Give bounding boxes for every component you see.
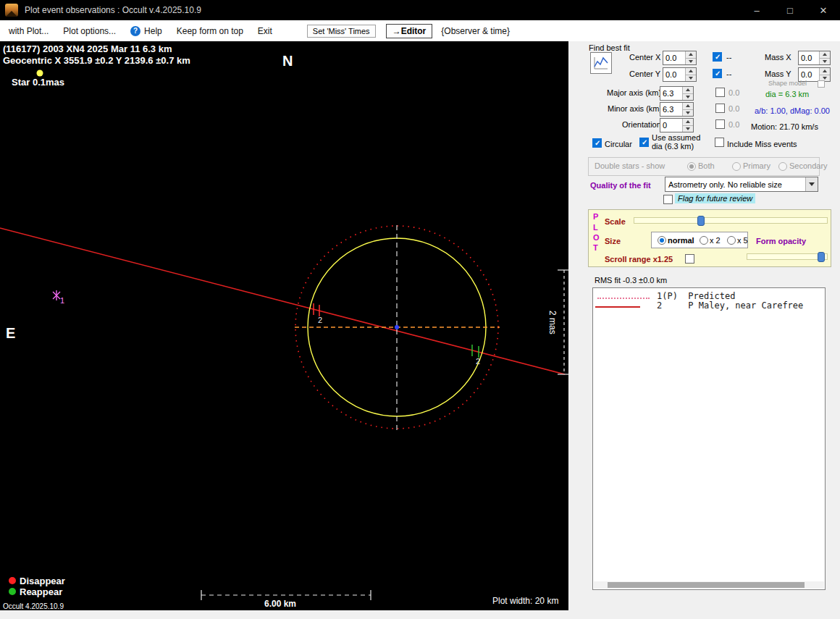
scale-slider-thumb[interactable] [697,216,705,226]
chord1-number: 1 [60,296,64,305]
horizontal-scrollbar[interactable] [594,581,824,589]
dropdown-arrow-icon[interactable] [805,177,818,191]
size-options-box: normal x 2 x 5 [651,232,748,248]
scroll-range-slider-thumb[interactable] [818,252,825,262]
double-stars-both-label: Both [698,161,715,170]
menu-keep-form-on-top[interactable]: Keep form on top [177,26,243,36]
maximize-button[interactable]: □ [773,0,807,20]
major-axis-value[interactable]: 6.3 [660,87,682,100]
circular-checkbox[interactable] [592,138,602,148]
plot-title-line2: Geocentric X 3551.9 ±0.2 Y 2139.6 ±0.7 k… [3,55,190,66]
center-x-spin-buttons[interactable] [685,51,696,64]
app-window: Plot event observations : Occult v.4.202… [0,0,840,619]
center-x-lock-checkbox[interactable] [713,52,722,62]
center-x-value[interactable]: 0.0 [663,51,685,64]
mass-x-value[interactable]: 0.0 [799,51,819,64]
scrollbar-thumb[interactable] [608,582,805,588]
circular-label: Circular [605,140,632,148]
editor-button[interactable]: →Editor [386,24,433,38]
major-axis-aux-value: 0.0 [728,88,739,97]
scale-slider-track[interactable] [634,217,828,224]
mas-scale-label: 2 mas [547,311,558,334]
flag-review-label: Flag for future review [675,193,755,203]
menu-plot-options[interactable]: Plot options... [63,26,116,36]
scroll-range-label: Scroll range x1.25 [605,255,673,264]
menubar: with Plot... Plot options... ? Help Keep… [0,20,840,41]
main-area: (116177) 2003 XN4 2025 Mar 11 6.3 km Geo… [0,41,840,619]
major-axis-spin-buttons[interactable] [682,87,693,100]
center-y-spinner[interactable]: 0.0 [663,67,697,82]
flag-review-checkbox[interactable] [663,195,673,204]
legend-disappear-dot [9,577,16,584]
minor-axis-aux-checkbox[interactable] [715,104,725,113]
center-x-spinner[interactable]: 0.0 [663,51,697,65]
shape-model-label: Shape model [768,80,807,87]
mass-y-spin-buttons[interactable] [819,68,830,81]
mass-x-spin-buttons[interactable] [819,51,830,64]
orientation-spin-buttons[interactable] [682,119,693,132]
east-label: E [6,325,15,342]
size-x2-radio[interactable] [700,236,708,245]
plot-letter-p: P [593,212,598,221]
center-y-spin-buttons[interactable] [685,68,696,81]
menu-exit[interactable]: Exit [258,26,272,36]
window-controls: – □ ✕ [740,0,840,20]
window-title: Plot event observations : Occult v.4.202… [25,5,201,15]
scroll-range-checkbox[interactable] [685,254,694,264]
include-miss-checkbox[interactable] [715,138,724,147]
find-best-fit-button[interactable] [590,52,612,74]
use-assumed-label-line2: dia (6.3 km) [652,142,694,151]
major-axis-aux-checkbox[interactable] [715,88,725,97]
minimize-button[interactable]: – [740,0,773,20]
scroll-range-slider-track[interactable] [747,253,828,260]
orientation-aux-checkbox[interactable] [715,119,725,129]
minor-axis-label: Minor axis (km) [608,104,662,113]
observation-text: 2 P Maley, near Carefree [657,300,803,311]
orientation-spinner[interactable]: 0 [660,118,694,132]
center-y-value[interactable]: 0.0 [663,68,685,81]
size-x5-radio[interactable] [727,236,736,245]
center-x-label: Center X [629,53,660,62]
center-y-lock-checkbox[interactable] [713,69,722,78]
orientation-value[interactable]: 0 [660,119,682,132]
menu-with-plot[interactable]: with Plot... [9,26,49,36]
scroll-range-slider[interactable] [747,252,828,262]
shape-model-checkbox[interactable] [818,80,825,88]
use-assumed-dia-checkbox[interactable] [639,138,649,147]
observed-line-sample [595,306,640,308]
chord-line[interactable] [0,228,565,374]
double-stars-secondary-label: Secondary [789,161,828,170]
fit-chart-icon [593,56,609,70]
center-point [395,325,399,329]
menu-help[interactable]: ? Help [130,26,162,36]
center-x-lock-label: -- [726,53,731,62]
chord1-asterisk-marker [53,290,60,300]
quality-of-fit-dropdown[interactable]: Astrometry only. No reliable size [665,177,818,192]
minor-axis-spin-buttons[interactable] [682,103,693,116]
plot-area[interactable]: (116177) 2003 XN4 2025 Mar 11 6.3 km Geo… [0,41,568,610]
list-item[interactable]: 2 P Maley, near Carefree [593,297,825,307]
rms-fit-label: RMS fit -0.3 ±0.0 km [595,276,667,285]
minor-axis-value[interactable]: 6.3 [660,103,682,116]
legend-reappear-label: Reappear [20,586,62,597]
form-opacity-label[interactable]: Form opacity [756,237,806,245]
size-normal-radio[interactable] [658,236,666,245]
set-miss-times-button[interactable]: Set 'Miss' Times [307,25,376,38]
center-y-lock-label: -- [726,70,731,78]
plot-canvas[interactable] [0,41,568,610]
double-stars-primary-label: Primary [743,161,770,170]
star-label: Star 0.1mas [12,77,64,88]
mass-y-label: Mass Y [765,70,791,78]
mass-x-spinner[interactable]: 0.0 [798,51,831,65]
observer-time-item[interactable]: {Observer & time} [441,26,510,36]
find-best-fit-label: Find best fit [589,43,630,52]
north-label: N [282,53,293,70]
minor-axis-spinner[interactable]: 6.3 [660,102,694,117]
scale-label: Scale [605,217,626,226]
star-dot [37,70,43,77]
app-icon [5,4,18,17]
major-axis-spinner[interactable]: 6.3 [660,86,694,101]
observations-listbox[interactable]: 1(P) Predicted 2 P Maley, near Carefree [592,287,826,590]
scale-slider[interactable] [634,216,828,226]
close-button[interactable]: ✕ [807,0,840,20]
